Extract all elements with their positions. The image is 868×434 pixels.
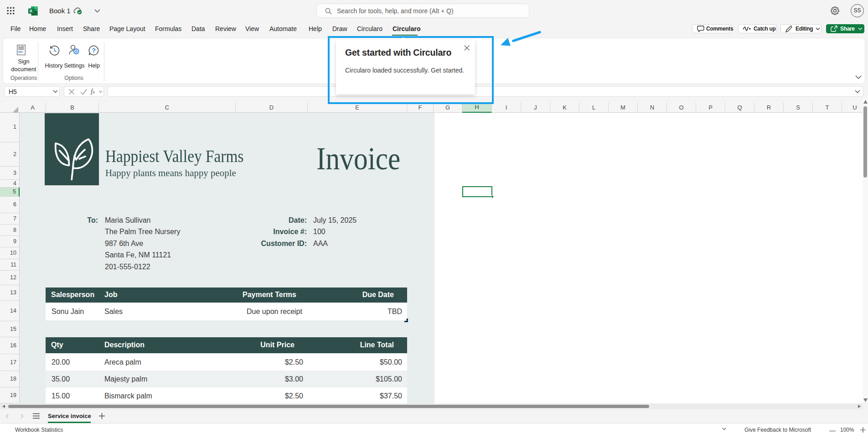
svg-text:?: ? [92,47,95,54]
svg-text:X: X [30,8,33,13]
